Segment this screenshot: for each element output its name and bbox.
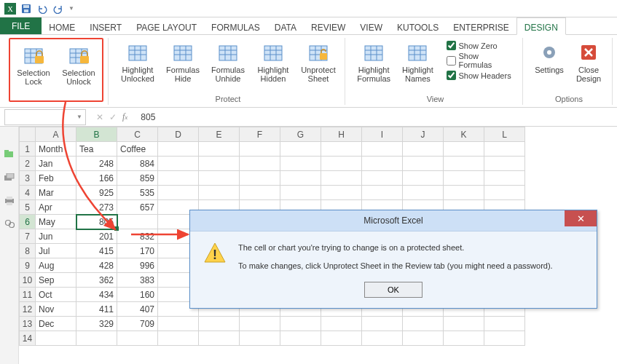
chevron-down-icon[interactable]: ▼ (76, 114, 82, 120)
cell-F3[interactable] (240, 171, 280, 186)
cell-C10[interactable]: 383 (117, 273, 158, 288)
ribbon-highlight-names-button[interactable]: HighlightNames (396, 38, 439, 84)
cell-L1[interactable] (484, 142, 525, 157)
cell-B9[interactable]: 428 (76, 258, 117, 273)
cell-H4[interactable] (321, 186, 362, 200)
cell-I1[interactable] (362, 142, 403, 157)
checkbox[interactable] (447, 56, 456, 66)
cell-E13[interactable] (199, 317, 240, 331)
tab-enterprise[interactable]: ENTERPRISE (446, 17, 516, 34)
col-header-L[interactable]: L (484, 127, 525, 142)
cell-K1[interactable] (444, 142, 484, 157)
col-header-H[interactable]: H (321, 127, 362, 142)
cell-B13[interactable]: 329 (76, 317, 117, 331)
tab-formulas[interactable]: FORMULAS (204, 17, 267, 34)
tab-home[interactable]: HOME (42, 17, 82, 34)
checkbox[interactable] (447, 71, 456, 80)
save-icon[interactable] (20, 3, 32, 15)
cell-K4[interactable] (444, 186, 484, 200)
ribbon-settings-button[interactable]: Settings (530, 38, 568, 76)
select-all-corner[interactable] (20, 127, 36, 142)
cell-B4[interactable]: 925 (76, 186, 117, 200)
col-header-E[interactable]: E (199, 127, 240, 142)
tab-data[interactable]: DATA (267, 17, 304, 34)
cell-B14[interactable] (76, 331, 117, 346)
cell-G14[interactable] (280, 331, 321, 346)
cell-A7[interactable]: Jun (36, 229, 76, 244)
row-header-4[interactable]: 4 (20, 186, 36, 200)
cell-J1[interactable] (403, 142, 444, 157)
cell-I2[interactable] (362, 157, 403, 171)
cell-B12[interactable]: 411 (76, 302, 117, 317)
sidetool-layers-icon[interactable] (4, 172, 15, 183)
ribbon-formulas-hide-button[interactable]: FormulasHide (161, 38, 205, 84)
cell-F4[interactable] (240, 186, 280, 200)
cell-B7[interactable]: 201 (76, 229, 117, 244)
dialog-titlebar[interactable]: Microsoft Excel ✕ (190, 210, 597, 231)
cell-B1[interactable]: Tea (76, 142, 117, 157)
cell-G3[interactable] (280, 171, 321, 186)
cell-C6[interactable] (117, 215, 158, 229)
cell-C11[interactable]: 160 (117, 288, 158, 302)
cell-G4[interactable] (280, 186, 321, 200)
row-header-11[interactable]: 11 (20, 288, 36, 302)
cell-A9[interactable]: Aug (36, 258, 76, 273)
cell-C13[interactable]: 709 (117, 317, 158, 331)
row-header-8[interactable]: 8 (20, 244, 36, 258)
cell-D13[interactable] (158, 317, 199, 331)
cell-E1[interactable] (199, 142, 240, 157)
cell-B2[interactable]: 248 (76, 157, 117, 171)
row-header-6[interactable]: 6 (20, 215, 36, 229)
tab-design[interactable]: DESIGN (516, 17, 566, 35)
cell-D1[interactable] (158, 142, 199, 157)
cell-A5[interactable]: Apr (36, 200, 76, 215)
cancel-icon[interactable]: ✕ (96, 112, 103, 122)
cell-B3[interactable]: 166 (76, 171, 117, 186)
close-icon[interactable]: ✕ (565, 210, 597, 226)
fx-icon[interactable]: fx (122, 111, 127, 122)
checkbox[interactable] (447, 41, 456, 50)
col-header-A[interactable]: A (36, 127, 76, 142)
cell-C4[interactable]: 535 (117, 186, 158, 200)
cell-C14[interactable] (117, 331, 158, 346)
cell-A13[interactable]: Dec (36, 317, 76, 331)
formula-bar-value[interactable]: 805 (133, 112, 162, 122)
cell-B11[interactable]: 434 (76, 288, 117, 302)
cell-K3[interactable] (444, 171, 484, 186)
cell-G2[interactable] (280, 157, 321, 171)
cell-H13[interactable] (321, 317, 362, 331)
check-show-headers[interactable]: Show Headers (447, 71, 513, 80)
cell-D14[interactable] (158, 331, 199, 346)
row-header-12[interactable]: 12 (20, 302, 36, 317)
enter-icon[interactable]: ✓ (109, 112, 117, 122)
cell-E14[interactable] (199, 331, 240, 346)
cell-K2[interactable] (444, 157, 484, 171)
cell-A6[interactable]: May (36, 215, 76, 229)
tab-file[interactable]: FILE (0, 17, 42, 34)
col-header-I[interactable]: I (362, 127, 403, 142)
cell-G13[interactable] (280, 317, 321, 331)
col-header-C[interactable]: C (117, 127, 158, 142)
cell-J14[interactable] (403, 331, 444, 346)
cell-C7[interactable]: 832 (117, 229, 158, 244)
tab-page-layout[interactable]: PAGE LAYOUT (129, 17, 204, 34)
ribbon-close-design-button[interactable]: CloseDesign (570, 38, 608, 84)
col-header-B[interactable]: B (76, 127, 117, 142)
undo-icon[interactable] (36, 3, 48, 15)
cell-C1[interactable]: Coffee (117, 142, 158, 157)
cell-B8[interactable]: 415 (76, 244, 117, 258)
ribbon-formulas-unhide-button[interactable]: FormulasUnhide (206, 38, 250, 84)
check-show-zero[interactable]: Show Zero (447, 41, 513, 50)
cell-A2[interactable]: Jan (36, 157, 76, 171)
cell-D4[interactable] (158, 186, 199, 200)
ribbon-highlight-formulas-button[interactable]: HighlightFormulas (353, 38, 395, 84)
tab-insert[interactable]: INSERT (82, 17, 129, 34)
cell-E3[interactable] (199, 171, 240, 186)
row-header-2[interactable]: 2 (20, 157, 36, 171)
row-header-14[interactable]: 14 (20, 331, 36, 346)
ribbon-highlight-hidden-button[interactable]: HighlightHidden (251, 38, 295, 84)
cell-I3[interactable] (362, 171, 403, 186)
row-header-5[interactable]: 5 (20, 200, 36, 215)
qat-dropdown-icon[interactable]: ▼ (68, 5, 74, 12)
cell-G1[interactable] (280, 142, 321, 157)
